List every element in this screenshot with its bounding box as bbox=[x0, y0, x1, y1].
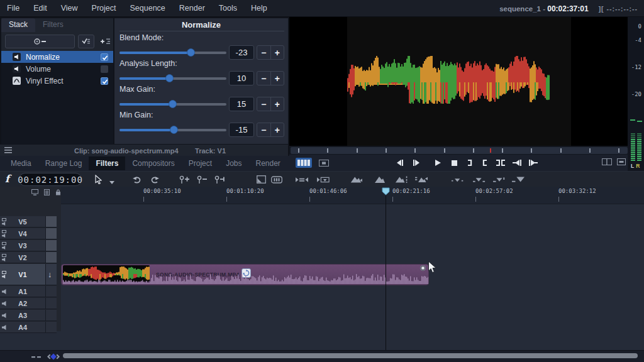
letterbox-view-button[interactable] bbox=[616, 158, 626, 166]
track-mute-cell[interactable] bbox=[45, 322, 57, 332]
increment-button[interactable]: + bbox=[271, 123, 284, 136]
mark-in-button[interactable] bbox=[482, 159, 488, 167]
increment-button[interactable]: + bbox=[271, 72, 284, 85]
slider-handle[interactable] bbox=[169, 100, 177, 108]
splice-out-button[interactable] bbox=[296, 174, 308, 185]
tab-project[interactable]: Project bbox=[182, 156, 219, 170]
prev-frame-button[interactable] bbox=[395, 159, 404, 167]
output-monitor-icon[interactable] bbox=[31, 189, 38, 195]
track-list-icon[interactable] bbox=[44, 189, 50, 195]
min-gain-value[interactable]: -15 bbox=[229, 123, 254, 137]
hamburger-menu-icon[interactable] bbox=[4, 147, 12, 153]
blend-mode-slider[interactable] bbox=[119, 48, 226, 57]
overwrite-range-button[interactable] bbox=[350, 174, 362, 185]
track-header-v5[interactable]: V5 bbox=[0, 216, 57, 228]
tab-render[interactable]: Render bbox=[249, 156, 287, 170]
playhead-line[interactable] bbox=[386, 188, 386, 350]
timeline-ruler[interactable]: 00:00:35:1000:01:10:2000:01:46:0600:02:2… bbox=[61, 187, 644, 204]
slider-handle[interactable] bbox=[170, 126, 178, 134]
tab-compositors[interactable]: Compositors bbox=[125, 156, 181, 170]
horizontal-scrollbar[interactable] bbox=[63, 353, 638, 358]
dashed-line-icon[interactable] bbox=[31, 356, 42, 358]
tab-filters-edit[interactable]: Filters bbox=[35, 18, 71, 32]
track-mute-cell[interactable] bbox=[45, 298, 57, 309]
to-mark-out-button[interactable] bbox=[528, 159, 538, 167]
play-button[interactable] bbox=[434, 159, 441, 167]
track-mute-cell[interactable] bbox=[45, 216, 57, 227]
range-delete-button[interactable] bbox=[452, 174, 464, 185]
timeline-mode-button[interactable] bbox=[296, 158, 312, 168]
tab-media[interactable]: Media bbox=[4, 156, 38, 170]
max-gain-slider[interactable] bbox=[119, 100, 226, 108]
filter-checkbox-unchecked[interactable] bbox=[101, 65, 108, 73]
clip-end-drag-handle[interactable] bbox=[420, 265, 426, 271]
split-view-button[interactable] bbox=[601, 158, 613, 166]
undo-button[interactable] bbox=[131, 174, 143, 185]
filter-row-vinyl-effect[interactable]: Vinyl Effect bbox=[1, 75, 113, 87]
blue-diamond-icon[interactable] bbox=[47, 353, 60, 360]
delete-marker-button[interactable] bbox=[195, 174, 208, 185]
track-header-a4[interactable]: A4 bbox=[0, 322, 57, 333]
overwrite-clip-button[interactable] bbox=[374, 174, 386, 185]
menu-render[interactable]: Render bbox=[172, 4, 212, 13]
track-header-v1-active[interactable]: V1 ↓ bbox=[0, 264, 57, 285]
filter-checkbox-checked[interactable] bbox=[101, 53, 108, 61]
track-mute-cell[interactable] bbox=[45, 252, 57, 263]
append-clip-button[interactable] bbox=[415, 174, 428, 185]
sequence-split-button[interactable] bbox=[270, 174, 283, 185]
blend-mode-value[interactable]: -23 bbox=[229, 45, 254, 60]
track-header-a2[interactable]: A2 bbox=[0, 298, 57, 309]
track-mute-cell[interactable] bbox=[45, 228, 57, 239]
min-gain-slider[interactable] bbox=[119, 126, 226, 134]
delete-filter-button[interactable] bbox=[5, 35, 75, 48]
tab-jobs[interactable]: Jobs bbox=[219, 156, 248, 170]
menu-tools[interactable]: Tools bbox=[212, 4, 244, 13]
next-frame-button[interactable] bbox=[413, 159, 421, 167]
slider-handle[interactable] bbox=[187, 48, 195, 57]
increment-button[interactable]: + bbox=[271, 46, 284, 59]
track-height-arrow-icon[interactable]: ↓ bbox=[48, 270, 52, 279]
insert-from-monitor-button[interactable] bbox=[493, 174, 506, 185]
timeline-clip[interactable]: SONG-AUDIO-SPECTRUM.MP4 bbox=[61, 264, 429, 285]
menu-sequence[interactable]: Sequence bbox=[123, 4, 172, 13]
menu-view[interactable]: View bbox=[54, 4, 85, 13]
redo-button[interactable] bbox=[148, 174, 161, 185]
track-header-v2[interactable]: V2 bbox=[0, 252, 57, 263]
lift-button[interactable] bbox=[317, 174, 330, 185]
decrement-button[interactable]: − bbox=[257, 97, 271, 111]
clear-marks-button[interactable] bbox=[496, 159, 506, 167]
track-mute-cell[interactable] bbox=[45, 286, 57, 297]
analysis-length-slider[interactable] bbox=[119, 74, 226, 82]
clip-mode-button[interactable] bbox=[317, 158, 331, 168]
filter-row-normalize[interactable]: Normalize bbox=[1, 51, 113, 63]
overwrite-from-monitor-button[interactable] bbox=[473, 174, 486, 185]
track-header-a3[interactable]: A3 bbox=[0, 310, 57, 321]
tab-stack[interactable]: Stack bbox=[1, 18, 35, 32]
add-filter-button[interactable] bbox=[98, 38, 113, 45]
tab-filters[interactable]: Filters bbox=[89, 156, 125, 170]
filter-checkbox-checked[interactable] bbox=[101, 77, 108, 85]
track-header-a1[interactable]: A1 bbox=[0, 286, 57, 297]
track-mute-cell[interactable] bbox=[45, 240, 57, 251]
mark-out-button[interactable] bbox=[467, 159, 473, 167]
stop-button[interactable] bbox=[450, 159, 458, 167]
decrement-button[interactable]: − bbox=[257, 46, 271, 59]
menu-file[interactable]: File bbox=[0, 4, 26, 13]
decrement-button[interactable]: − bbox=[257, 123, 271, 136]
menu-project[interactable]: Project bbox=[85, 4, 123, 13]
tab-range-log[interactable]: Range Log bbox=[38, 156, 89, 170]
to-mark-in-button[interactable] bbox=[512, 159, 522, 167]
append-from-monitor-button[interactable] bbox=[512, 174, 525, 185]
monitor-position-bar[interactable] bbox=[291, 147, 628, 154]
increment-button[interactable]: + bbox=[271, 97, 284, 111]
resync-button[interactable] bbox=[255, 174, 267, 185]
filter-row-volume[interactable]: Volume bbox=[1, 63, 113, 75]
lock-icon[interactable] bbox=[55, 189, 61, 195]
menu-edit[interactable]: Edit bbox=[26, 4, 54, 13]
max-gain-value[interactable]: 15 bbox=[229, 97, 254, 111]
insert-clip-button[interactable] bbox=[395, 174, 408, 185]
decrement-button[interactable]: − bbox=[257, 72, 271, 85]
pointer-tool-button[interactable] bbox=[92, 174, 104, 185]
add-marker-button[interactable] bbox=[177, 174, 190, 185]
slider-handle[interactable] bbox=[165, 74, 174, 82]
